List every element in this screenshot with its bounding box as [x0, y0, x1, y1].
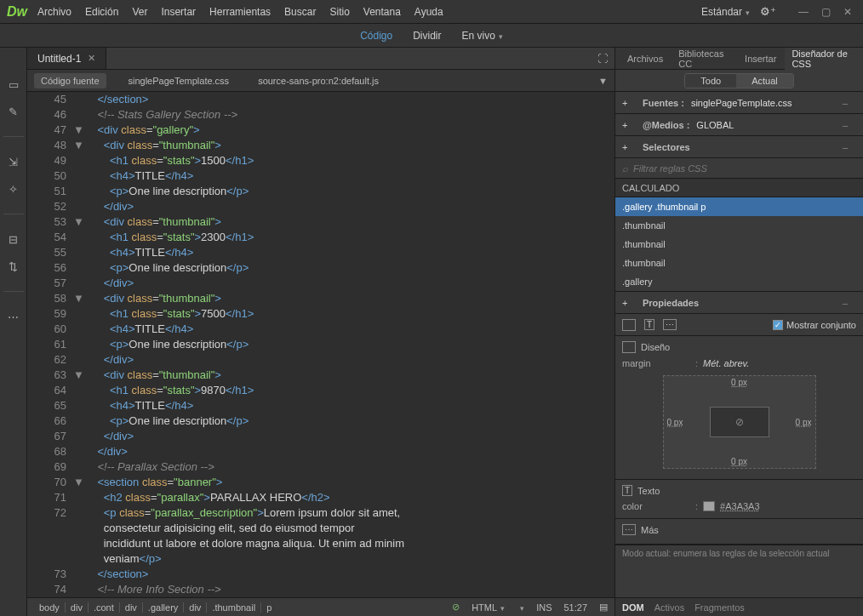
add-property-icon[interactable]: + [622, 298, 636, 308]
selectors-label: Selectores [643, 142, 690, 152]
insert-mode[interactable]: INS [536, 602, 552, 613]
menu-edición[interactable]: Edición [85, 6, 118, 18]
file-manage-icon[interactable]: ▭ [6, 77, 21, 92]
color-swatch[interactable] [703, 501, 715, 511]
more-category-icon[interactable]: ⋯ [663, 319, 677, 330]
remove-media-icon[interactable]: – [843, 120, 856, 130]
view-code[interactable]: Código [360, 30, 392, 42]
related-js[interactable]: source-sans-pro:n2:default.js [251, 73, 386, 88]
link-values-icon[interactable]: ⊘ [735, 416, 744, 428]
css-rule-item[interactable]: .gallery [615, 272, 863, 291]
sources-section[interactable]: + Fuentes : singlePageTemplate.css – [615, 92, 863, 114]
box-model[interactable]: 0 px 0 px 0 px 0 px ⊘ [663, 375, 816, 469]
remove-source-icon[interactable]: – [843, 98, 856, 108]
menu-ayuda[interactable]: Ayuda [414, 6, 443, 18]
add-media-icon[interactable]: + [622, 120, 636, 130]
breadcrumb-item[interactable]: p [261, 602, 277, 613]
source-code-tab[interactable]: Código fuente [34, 73, 106, 88]
doctype-selector[interactable]: HTML [472, 602, 505, 613]
margin-shorthand[interactable]: Mét. abrev. [703, 358, 749, 368]
menu-ventana[interactable]: Ventana [363, 6, 401, 18]
app-logo: Dw [7, 4, 27, 20]
remove-selector-icon[interactable]: – [843, 142, 856, 152]
breadcrumb-item[interactable]: body [34, 602, 66, 613]
new-file-icon[interactable]: ✎ [6, 104, 21, 119]
panel-tab[interactable]: Bibliotecas CC [672, 48, 736, 72]
document-tab[interactable]: Untitled-1 ✕ [27, 48, 106, 69]
panel-tab[interactable]: Insertar [738, 50, 783, 67]
overview-icon[interactable]: ▤ [599, 602, 608, 613]
collapse-icon[interactable]: ⇅ [6, 259, 21, 274]
left-toolbar: ▭ ✎ ⇲ ✧ ⊟ ⇅ ⋯ [0, 48, 27, 616]
bottom-panel-tabs: DOMActivosFragmentos [615, 597, 863, 616]
breadcrumb-item[interactable]: div [66, 602, 89, 613]
filter-icon[interactable]: ▼ [598, 76, 608, 86]
margin-top-value[interactable]: 0 px [731, 378, 747, 387]
media-section[interactable]: + @Medios : GLOBAL – [615, 114, 863, 136]
selectors-section[interactable]: + Selectores – [615, 136, 863, 158]
css-rule-item[interactable]: .thumbnail [615, 254, 863, 272]
view-split[interactable]: Dividir [413, 30, 441, 42]
close-button[interactable]: ✕ [839, 5, 856, 19]
text-category-icon[interactable]: T [644, 319, 654, 330]
encoding-selector[interactable] [517, 602, 524, 613]
media-value: GLOBAL [696, 120, 734, 130]
view-live[interactable]: En vivo [462, 30, 503, 42]
search-icon: ⌕ [622, 163, 628, 174]
text-section-icon: T [622, 485, 632, 496]
lint-ok-icon[interactable]: ⊘ [452, 602, 460, 613]
main-menu: ArchivoEdiciónVerInsertarHerramientasBus… [37, 6, 443, 18]
add-source-icon[interactable]: + [622, 98, 636, 108]
text-header: Texto [637, 486, 660, 496]
show-set-checkbox[interactable]: ✓ [773, 320, 783, 330]
add-selector-icon[interactable]: + [622, 142, 636, 152]
properties-section[interactable]: + Propiedades – [615, 292, 863, 314]
expand-icon[interactable]: ⇲ [6, 154, 21, 169]
related-css[interactable]: singlePageTemplate.css [122, 73, 237, 88]
remove-property-icon[interactable]: – [843, 298, 856, 308]
breadcrumb-item[interactable]: .gallery [143, 602, 184, 613]
bottom-tab[interactable]: DOM [622, 602, 644, 613]
layout-category-icon[interactable] [622, 319, 636, 331]
related-files-bar: Código fuente singlePageTemplate.css sou… [27, 70, 614, 92]
panel-tab[interactable]: Archivos [620, 50, 670, 67]
bottom-tab[interactable]: Activos [654, 602, 684, 613]
css-rule-item[interactable]: .gallery .thumbnail p [615, 197, 863, 216]
code-editor[interactable]: 4546474849505152535455565758596061626364… [27, 92, 614, 597]
margin-bottom-value[interactable]: 0 px [731, 457, 747, 466]
tab-label: Untitled-1 [37, 53, 81, 65]
minimize-button[interactable]: — [795, 5, 812, 19]
css-designer-panel: ArchivosBibliotecas CCInsertarDiseñador … [614, 48, 863, 616]
menu-archivo[interactable]: Archivo [37, 6, 71, 18]
tab-close-icon[interactable]: ✕ [88, 53, 95, 64]
margin-left-value[interactable]: 0 px [667, 418, 683, 427]
bottom-tab[interactable]: Fragmentos [694, 602, 745, 613]
menu-herramientas[interactable]: Herramientas [209, 6, 271, 18]
breadcrumb-item[interactable]: .cont [89, 602, 120, 613]
sources-label: Fuentes : [643, 98, 684, 108]
color-value[interactable]: #A3A3A3 [720, 501, 759, 511]
sync-settings-icon[interactable]: ⚙⁺ [760, 5, 776, 18]
wand-icon[interactable]: ✧ [6, 181, 21, 197]
panel-tab[interactable]: Diseñador de CSS [785, 48, 863, 72]
css-rule-item[interactable]: .thumbnail [615, 216, 863, 235]
menu-ver[interactable]: Ver [132, 6, 147, 18]
titlebar: Dw ArchivoEdiciónVerInsertarHerramientas… [0, 0, 863, 24]
breadcrumb-item[interactable]: div [184, 602, 207, 613]
css-rule-item[interactable]: .thumbnail [615, 235, 863, 254]
menu-insertar[interactable]: Insertar [161, 6, 196, 18]
margin-right-value[interactable]: 0 px [796, 418, 812, 427]
maximize-button[interactable]: ▢ [817, 5, 834, 19]
more-icon[interactable]: ⋯ [6, 309, 21, 324]
breadcrumb-item[interactable]: .thumbnail [207, 602, 261, 613]
expand-panel-icon[interactable]: ⛶ [597, 53, 608, 65]
toggle-current[interactable]: Actual [736, 74, 793, 88]
breadcrumb-item[interactable]: div [120, 602, 143, 613]
menu-sitio[interactable]: Sitio [329, 6, 349, 18]
document-tabs: Untitled-1 ✕ ⛶ [27, 48, 614, 70]
menu-buscar[interactable]: Buscar [284, 6, 316, 18]
filter-rules-input[interactable]: ⌕ Filtrar reglas CSS [615, 158, 863, 179]
workspace-switcher[interactable]: Estándar [701, 6, 750, 18]
toggle-all[interactable]: Todo [685, 74, 736, 88]
comment-icon[interactable]: ⊟ [6, 231, 21, 247]
